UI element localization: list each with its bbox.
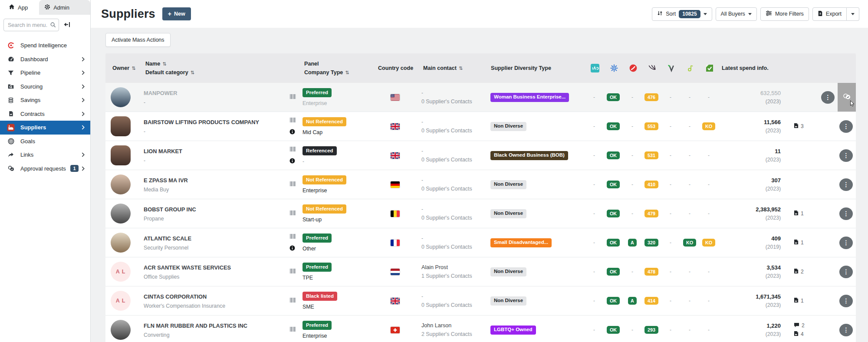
sidebar-item-approval-requests[interactable]: Approval requests1 xyxy=(0,162,90,176)
contacts-count[interactable]: 0 Supplier's Contacts xyxy=(421,244,489,250)
doc-count[interactable]: 2 xyxy=(794,322,809,329)
supplier-name-link[interactable]: BOBST GROUP INC xyxy=(144,206,196,213)
contacts-count[interactable]: 0 Supplier's Contacts xyxy=(421,215,489,221)
supplier-name-link[interactable]: FLN MAR RUBBER AND PLASTICS INC xyxy=(144,322,247,329)
barcode-icon[interactable] xyxy=(289,117,296,125)
chevron-right-icon xyxy=(82,166,85,171)
contacts-count[interactable]: 1 Supplier's Contacts xyxy=(421,273,489,279)
table-row[interactable]: BOBST GROUP INCPropaneNot ReferencedStar… xyxy=(105,199,856,228)
panel-cell: PreferredEnterprise xyxy=(302,321,376,339)
sidebar-item-links[interactable]: Links xyxy=(0,148,90,162)
row-menu-button[interactable]: ⋮ xyxy=(839,295,853,307)
doc-count[interactable]: 4 xyxy=(794,331,809,338)
info-icon[interactable] xyxy=(289,158,295,165)
export-options-button[interactable] xyxy=(847,7,859,21)
owner-cell xyxy=(105,233,144,253)
row-menu-button[interactable]: ⋮ xyxy=(839,120,853,133)
panel-status-badge: Preferred xyxy=(302,233,332,243)
row-menu-button[interactable]: ⋮ xyxy=(821,91,835,104)
tab-app[interactable]: App xyxy=(0,0,33,15)
supplier-name-link[interactable]: CINTAS CORPORATION xyxy=(144,293,207,300)
sidebar-item-suppliers[interactable]: Suppliers xyxy=(0,121,90,135)
barcode-icon[interactable] xyxy=(289,181,296,188)
contacts-count[interactable]: 0 Supplier's Contacts xyxy=(421,186,489,192)
table-row[interactable]: BAIRSTOW LIFTING PRODUCTS COMPANY-Not Re… xyxy=(105,112,856,141)
contracts-icon xyxy=(7,110,15,117)
supplier-name-link[interactable]: ATLANTIC SCALE xyxy=(144,235,191,242)
table-row[interactable]: MANPOWER-PreferredEnterprise-0 Supplier'… xyxy=(105,83,856,112)
flag-be-icon xyxy=(391,210,421,217)
more-filters-button[interactable]: More Filters xyxy=(760,7,809,21)
doc-count[interactable]: 1 xyxy=(794,239,809,246)
row-menu-button[interactable]: ⋮ xyxy=(839,266,853,278)
sidebar-item-goals[interactable]: Goals xyxy=(0,135,90,148)
row-menu-button[interactable]: ⋮ xyxy=(839,324,853,336)
sidebar-collapse-button[interactable] xyxy=(63,20,72,30)
activate-mass-actions-button[interactable]: Activate Mass Actions xyxy=(105,33,171,47)
table-header-row: Owner⇅ Name⇅ Default category⇅ Panel Com… xyxy=(105,53,856,83)
row-menu-button[interactable]: ⋮ xyxy=(839,207,853,220)
doc-count[interactable]: 3 xyxy=(794,123,809,130)
tab-admin[interactable]: Admin xyxy=(39,0,90,15)
supplier-name-link[interactable]: LION MARKET xyxy=(144,148,182,155)
row-menu-button[interactable]: ⋮ xyxy=(839,237,853,249)
table-row[interactable]: E ZPASS MA IVRMedia BuyNot ReferencedEnt… xyxy=(105,170,856,199)
new-supplier-button[interactable]: + New xyxy=(162,7,191,20)
table-row[interactable]: A LACR SANTEK WASTE SERVICESOffice Suppl… xyxy=(105,257,856,286)
barcode-icon[interactable] xyxy=(289,268,296,276)
info-icon[interactable] xyxy=(289,245,295,253)
supplier-name-link[interactable]: E ZPASS MA IVR xyxy=(144,177,188,184)
table-row[interactable]: LION MARKET-Referenced--0 Supplier's Con… xyxy=(105,141,856,170)
status-cell: - xyxy=(661,240,680,246)
avatar-photo xyxy=(111,174,131,194)
contacts-count[interactable]: 0 Supplier's Contacts xyxy=(421,128,489,134)
search-input[interactable] xyxy=(3,19,59,31)
barcode-icon[interactable] xyxy=(289,146,296,154)
doc-count[interactable]: 1 xyxy=(794,297,809,304)
country-cell xyxy=(376,123,421,130)
barcode-icon[interactable] xyxy=(289,233,296,241)
sidebar-item-contracts[interactable]: Contracts xyxy=(0,107,90,121)
sort-toggle-icon[interactable]: ⇅ xyxy=(191,70,194,75)
sidebar-item-dashboard[interactable]: Dashboard xyxy=(0,53,90,66)
doc-count[interactable]: 2 xyxy=(794,268,809,275)
supplier-name-link[interactable]: BAIRSTOW LIFTING PRODUCTS COMPANY xyxy=(144,119,259,125)
supplier-name-link[interactable]: MANPOWER xyxy=(144,90,178,96)
info-icon[interactable] xyxy=(289,128,295,136)
row-hover-quick-action[interactable] xyxy=(838,83,856,112)
sidebar-item-pipeline[interactable]: Pipeline xyxy=(0,66,90,80)
barcode-icon[interactable] xyxy=(289,297,296,305)
table-row[interactable]: ATLANTIC SCALESecurity PersonnelPreferre… xyxy=(105,228,856,257)
home-icon xyxy=(9,4,15,11)
export-button[interactable]: Export xyxy=(812,7,847,21)
contacts-count[interactable]: 0 Supplier's Contacts xyxy=(421,99,489,105)
contacts-count[interactable]: 0 Supplier's Contacts xyxy=(421,157,489,163)
row-menu-button[interactable]: ⋮ xyxy=(839,149,853,162)
supplier-name-link[interactable]: ACR SANTEK WASTE SERVICES xyxy=(144,264,231,271)
sort-button[interactable]: Sort 10825 xyxy=(652,7,712,21)
doc-count[interactable]: 1 xyxy=(794,210,809,217)
sort-toggle-icon[interactable]: ⇅ xyxy=(132,66,135,71)
barcode-icon[interactable] xyxy=(289,326,296,334)
panel-status-badge: Not Referenced xyxy=(302,117,346,126)
contacts-count[interactable]: 0 Supplier's Contacts xyxy=(421,302,489,308)
avatar-initials: A L xyxy=(111,262,131,282)
status-cell: 293 xyxy=(642,326,661,334)
sidebar-item-label: Spend Intelligence xyxy=(20,42,67,49)
row-menu-button[interactable]: ⋮ xyxy=(839,178,853,191)
sort-toggle-icon[interactable]: ⇅ xyxy=(162,61,166,66)
sidebar-item-spend-intelligence[interactable]: Spend Intelligence xyxy=(0,39,90,53)
sort-toggle-icon[interactable]: ⇅ xyxy=(459,66,463,71)
buyers-filter-button[interactable]: All Buyers xyxy=(716,7,757,21)
sidebar-item-sourcing[interactable]: Sourcing xyxy=(0,80,90,94)
table-row[interactable]: A LCINTAS CORPORATIONWorker's Compensati… xyxy=(105,286,856,316)
sort-toggle-icon[interactable]: ⇅ xyxy=(345,70,349,75)
header-controls: Sort 10825 All Buyers More Filters Expor… xyxy=(652,7,859,21)
sidebar-item-savings[interactable]: Savings xyxy=(0,93,90,107)
spend-year: (2023) xyxy=(718,186,781,192)
chevron-right-icon xyxy=(82,84,85,89)
table-row[interactable]: FLN MAR RUBBER AND PLASTICS INCConvertin… xyxy=(105,316,856,342)
barcode-icon[interactable] xyxy=(289,93,296,101)
barcode-icon[interactable] xyxy=(289,210,296,217)
contacts-count[interactable]: 2 Supplier's Contacts xyxy=(421,331,489,337)
